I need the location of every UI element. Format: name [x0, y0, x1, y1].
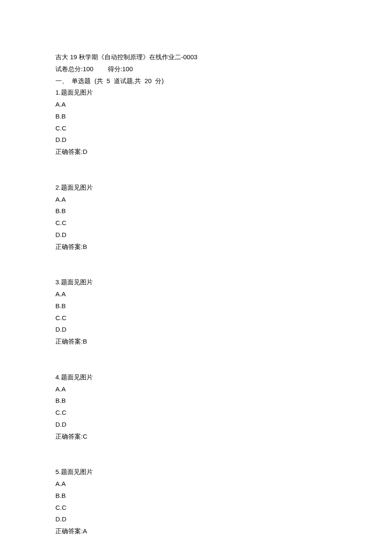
blank-line	[55, 170, 337, 182]
blank-line	[55, 264, 337, 276]
question-answer: 正确答案:B	[55, 241, 337, 253]
score-line: 试卷总分:100 得分:100	[55, 63, 337, 75]
question-stem: 1.题面见图片	[55, 87, 337, 98]
question-text: .题面见图片	[59, 89, 92, 96]
answer-label: 正确答案:	[55, 527, 83, 535]
question-answer: 正确答案:C	[55, 431, 337, 442]
answer-value: A	[83, 527, 87, 535]
question-text: .题面见图片	[59, 278, 92, 286]
question-option: D.D	[55, 134, 337, 146]
blank-line	[55, 347, 337, 359]
blank-line	[55, 549, 337, 555]
answer-label: 正确答案:	[55, 433, 83, 440]
question-option: C.C	[55, 122, 337, 134]
question-stem: 5.题面见图片	[55, 466, 337, 478]
document-title: 吉大 19 秋学期《自动控制原理》在线作业二-0003	[55, 51, 337, 63]
section-1-heading: 一、 单选题 (共 5 道试题,共 20 分)	[55, 75, 337, 87]
score-total-label: 试卷总分:	[55, 65, 83, 72]
question-option: B.B	[55, 110, 337, 122]
question-stem: 3.题面见图片	[55, 276, 337, 288]
blank-line	[55, 158, 337, 170]
score-gap	[93, 65, 107, 72]
answer-value: B	[83, 338, 87, 345]
score-result-value: 100	[122, 65, 133, 72]
blank-line	[55, 454, 337, 466]
question-option: B.B	[55, 490, 337, 502]
question-option: C.C	[55, 407, 337, 419]
question-text: .题面见图片	[59, 373, 92, 381]
blank-line	[55, 442, 337, 454]
question-option: A.A	[55, 288, 337, 300]
question-option: B.B	[55, 395, 337, 407]
answer-label: 正确答案:	[55, 243, 83, 250]
answer-label: 正确答案:	[55, 148, 83, 155]
answer-value: C	[83, 433, 87, 440]
blank-line	[55, 359, 337, 371]
blank-line	[55, 537, 337, 549]
question-option: D.D	[55, 513, 337, 525]
question-option: C.C	[55, 312, 337, 324]
question-option: A.A	[55, 478, 337, 490]
question-option: A.A	[55, 383, 337, 395]
question-text: .题面见图片	[59, 468, 92, 475]
question-answer: 正确答案:B	[55, 335, 337, 347]
question-stem: 4.题面见图片	[55, 371, 337, 383]
question-stem: 2.题面见图片	[55, 182, 337, 194]
question-option: C.C	[55, 217, 337, 229]
question-option: C.C	[55, 502, 337, 514]
question-option: D.D	[55, 324, 337, 335]
question-option: D.D	[55, 229, 337, 241]
question-text: .题面见图片	[59, 184, 92, 191]
question-answer: 正确答案:D	[55, 146, 337, 158]
question-option: B.B	[55, 205, 337, 217]
score-result-label: 得分:	[108, 65, 122, 72]
question-answer: 正确答案:A	[55, 525, 337, 537]
answer-value: B	[83, 243, 87, 250]
blank-line	[55, 252, 337, 264]
score-total-value: 100	[83, 65, 93, 72]
answer-value: D	[83, 148, 87, 155]
question-option: A.A	[55, 98, 337, 110]
question-option: B.B	[55, 300, 337, 312]
question-option: A.A	[55, 194, 337, 205]
question-option: D.D	[55, 419, 337, 431]
answer-label: 正确答案:	[55, 338, 83, 345]
